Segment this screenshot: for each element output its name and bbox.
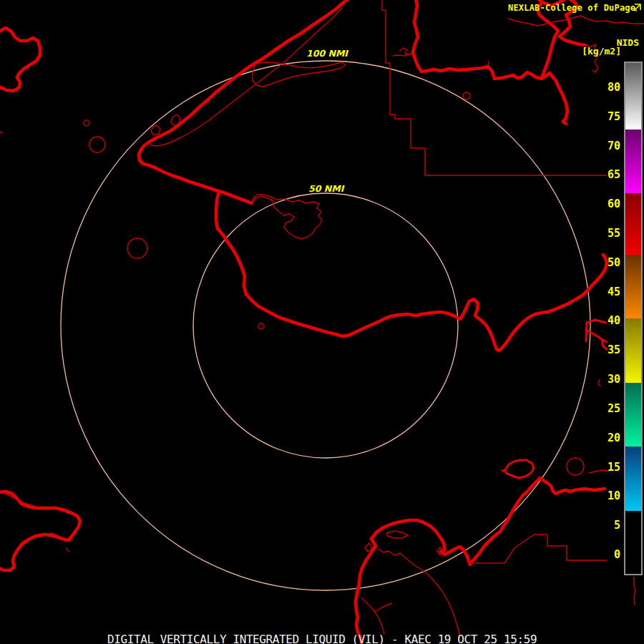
units-label: [kg/m2]: [582, 46, 621, 57]
islet-3: [127, 238, 147, 258]
inner-range-ring: [193, 193, 458, 458]
colorbar-tick-25: 25: [608, 403, 620, 414]
radar-map-canvas: [0, 0, 644, 644]
outer-ring-label: 100 NMI: [306, 48, 348, 59]
colorbar-tick-55: 55: [608, 228, 620, 239]
islet-4: [258, 323, 264, 329]
colorbar-tick-15: 15: [608, 462, 620, 473]
islet-6: [463, 92, 470, 99]
ne-spit-details: [393, 48, 489, 66]
islet-2: [89, 137, 105, 152]
colorbar-tick-30: 30: [608, 374, 620, 385]
colorbar-tick-60: 60: [608, 198, 620, 210]
east-shore-line: [589, 470, 609, 473]
inner-ring-label: 50 NMI: [308, 183, 343, 194]
landmass-wishbone: [361, 597, 392, 634]
colorbar-tick-35: 35: [608, 344, 620, 356]
colorbar-tick-20: 20: [608, 432, 620, 444]
brand-link[interactable]: NEXLAB-College of DuPage: [508, 3, 635, 13]
colorbar-tick-65: 65: [608, 169, 620, 180]
colorbar-tick-0: 0: [614, 549, 620, 560]
landmass-river: [377, 548, 460, 638]
product-title: DIGITAL VERTICALLY INTEGRATED LIQUID (VI…: [107, 633, 537, 644]
colorbar: [624, 62, 643, 575]
colorbar-tick-50: 50: [608, 257, 620, 268]
island-sw-detail: [6, 494, 69, 552]
bottom-right-line: [634, 577, 635, 605]
islet-1: [84, 120, 89, 126]
ne-top-squiggle: [508, 16, 644, 26]
colorbar-tick-5: 5: [614, 519, 620, 531]
radar-viewport: NEXLAB-College of DuPage NIDS [kg/m2] 10…: [0, 0, 644, 644]
cape-outline: [253, 62, 346, 87]
landmass-south: [356, 520, 470, 644]
east-fork: [586, 320, 607, 349]
coastline-central: [216, 192, 607, 351]
coastline-southeast: [470, 478, 605, 564]
landmass-lagoon: [386, 531, 408, 538]
lagoon-loop-2: [151, 125, 160, 135]
map-outlines: [0, 0, 644, 644]
island-east: [502, 460, 534, 478]
open-in-new-icon[interactable]: [632, 3, 642, 13]
colorbar-tick-40: 40: [608, 315, 620, 326]
left-edge-dash: [0, 131, 3, 133]
island-northwest: [0, 28, 40, 91]
ne-branch: [542, 31, 558, 78]
islet-5: [567, 458, 584, 475]
coastline-bay-detail: [252, 195, 322, 239]
colorbar-tick-75: 75: [608, 111, 620, 122]
east-hook: [598, 379, 601, 386]
coastline-northwest: [139, 0, 349, 203]
colorbar-tick-70: 70: [608, 140, 620, 152]
colorbar-tick-10: 10: [608, 490, 620, 502]
colorbar-tick-80: 80: [608, 82, 620, 93]
colorbar-tick-45: 45: [608, 286, 620, 298]
island-southwest: [0, 492, 80, 570]
